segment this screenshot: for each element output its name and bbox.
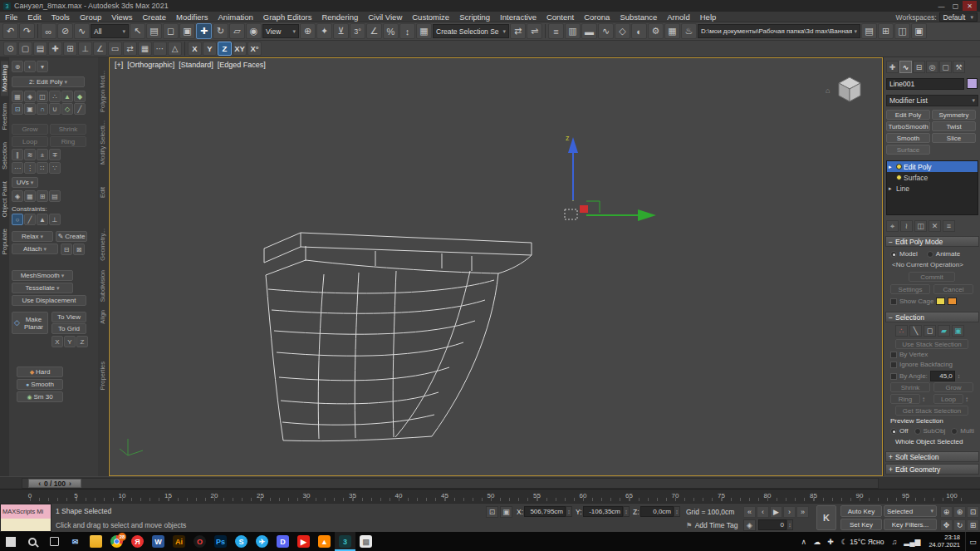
word-icon[interactable]: W	[148, 532, 169, 551]
angle-snap-toggle-icon[interactable]: ∠	[366, 23, 382, 39]
viewport-edged-faces-label[interactable]: [Edged Faces]	[218, 61, 266, 69]
select-by-name-icon[interactable]: ▤	[146, 23, 162, 39]
maximize-viewport-toggle-icon[interactable]: ⊞	[967, 519, 979, 531]
taskbar-clock[interactable]: 23:18 24.07.2021	[924, 534, 965, 549]
detach-icon[interactable]: ⊟	[61, 244, 72, 255]
axis-constraint-y[interactable]: Y	[203, 42, 217, 56]
visibility-bulb-icon[interactable]	[896, 175, 902, 180]
project-folder-icon[interactable]: ▤	[861, 23, 877, 39]
render-setup-icon[interactable]: ⚙	[648, 23, 664, 39]
telegram-icon[interactable]: ✈	[252, 532, 272, 551]
maxscript-mini-listener[interactable]: MAXScripts Mi	[0, 504, 51, 532]
mirror-icon[interactable]: ⇄	[510, 23, 526, 39]
by-angle-checkbox[interactable]	[890, 373, 897, 380]
play-button[interactable]: ▶	[770, 506, 782, 518]
cage-color-swatch[interactable]	[936, 298, 945, 305]
curve-editor-icon[interactable]: ∿	[598, 23, 614, 39]
remove-modifier-icon[interactable]: ✕	[929, 220, 941, 232]
loop-spinner-icon[interactable]: ↕	[965, 396, 968, 403]
display-tab-icon[interactable]: ▢	[939, 61, 952, 73]
grow-button[interactable]: Grow	[12, 124, 48, 135]
set-key-button[interactable]: Set Key	[840, 519, 882, 530]
toggle-ribbon-icon[interactable]: ▬	[581, 23, 597, 39]
axis-constraint-x[interactable]: X	[188, 42, 202, 56]
auto-key-button[interactable]: Auto Key	[840, 505, 882, 517]
ribbon-tab-modeling[interactable]: Modeling	[1, 61, 8, 96]
commit-button[interactable]: Commit	[909, 272, 955, 282]
to-grid-button[interactable]: To Grid	[51, 323, 86, 334]
model-radio[interactable]	[890, 251, 897, 258]
chamfer-icon[interactable]: ◇	[61, 103, 73, 115]
close-button[interactable]: ✕	[963, 1, 977, 11]
viewport-canvas[interactable]: z ⌂	[110, 58, 882, 475]
shrink-button[interactable]: Shrink	[50, 124, 86, 135]
render-production-icon[interactable]: ♨	[681, 23, 697, 39]
menu-item-help[interactable]: Help	[695, 12, 722, 22]
preview-subobj-radio[interactable]	[914, 428, 921, 435]
bind-to-space-warp-icon[interactable]: ∿	[74, 23, 90, 39]
modifier-button-slice[interactable]: Slice	[932, 133, 976, 143]
dot-loop-icon[interactable]: ⋯	[12, 162, 23, 174]
cage-selected-color-swatch[interactable]	[948, 298, 957, 305]
select-and-move-icon[interactable]: ✚	[196, 23, 212, 39]
shrink-selection-button[interactable]: Shrink	[890, 382, 930, 392]
x-spinner[interactable]: ↕	[566, 506, 572, 517]
named-selection-dropdown[interactable]: Create Selection Se ▾	[433, 24, 509, 38]
workspace-dropdown[interactable]: Default ▾	[939, 12, 978, 22]
z-spinner[interactable]: ↕	[674, 506, 680, 517]
menu-item-animation[interactable]: Animation	[213, 12, 258, 22]
previous-frame-button[interactable]: ‹	[757, 506, 769, 518]
attach-dropdown[interactable]: Attach ▾	[12, 244, 58, 254]
modifier-list-dropdown[interactable]: Modifier List ▾	[886, 95, 978, 106]
ring-grow-icon[interactable]: ∓	[49, 149, 61, 160]
make-planar-button[interactable]: ◇ Make Planar	[12, 312, 48, 334]
array-tool-icon[interactable]: ▦	[138, 42, 152, 56]
schematic-view-icon[interactable]: ◇	[615, 23, 630, 39]
network-icon[interactable]: ▂▄▆	[900, 538, 924, 546]
constrain-face-icon[interactable]: ▲	[37, 214, 48, 225]
ignore-backfacing-checkbox[interactable]	[890, 362, 897, 368]
asset-tracking-icon[interactable]: ⊞	[878, 23, 894, 39]
key-filters-button[interactable]: Key Filters...	[884, 519, 937, 530]
viewport-general-menu[interactable]: [+]	[115, 61, 123, 69]
element-subobject-icon[interactable]: ▣	[952, 325, 964, 337]
use-pivot-point-center-icon[interactable]: ⊕	[300, 23, 316, 39]
menu-item-rendering[interactable]: Rendering	[316, 12, 363, 22]
next-frame-button[interactable]: ›	[783, 506, 796, 518]
minimize-button[interactable]: —	[934, 1, 948, 11]
loop-mode-icon[interactable]: ∥	[12, 149, 23, 160]
ring-button[interactable]: Ring	[50, 136, 86, 147]
unlink-selection-icon[interactable]: ⊘	[57, 23, 73, 39]
modifier-stack-item-edit-poly[interactable]: ▸Edit Poly	[887, 161, 978, 172]
title-bar[interactable]: 3 Санузел_8max.max - Autodesk 3ds Max 20…	[0, 0, 980, 12]
gizmo-z-arrowhead[interactable]	[568, 137, 578, 153]
by-angle-value[interactable]: 45,0	[930, 371, 955, 381]
youtube-icon[interactable]: ▶	[293, 532, 314, 551]
rollout-soft-selection[interactable]: + Soft Selection	[885, 451, 979, 462]
rollout-edit-poly-mode[interactable]: − Edit Poly Mode	[885, 236, 979, 247]
rectangular-selection-region-icon[interactable]: ◻	[163, 23, 179, 39]
menu-item-customize[interactable]: Customize	[407, 12, 454, 22]
hierarchy-tab-icon[interactable]: ⊟	[913, 61, 925, 73]
chrome-icon[interactable]: 28	[106, 532, 127, 551]
cancel-button[interactable]: Cancel	[933, 284, 973, 294]
ring-mode-icon[interactable]: ≋	[24, 149, 36, 160]
orthographic-viewport[interactable]: [+][Orthographic][Standard][Edged Faces]	[109, 57, 883, 476]
preview-toggle-icon[interactable]: ◐	[24, 61, 36, 72]
planar-axis-x[interactable]: X	[51, 336, 63, 347]
orbit-icon[interactable]: ↻	[953, 519, 966, 531]
smooth-edges-button[interactable]: ● Smooth	[17, 379, 63, 390]
add-time-tag-button[interactable]: Add Time Tag	[695, 521, 738, 529]
viewport-shading-menu[interactable]: [Standard]	[179, 61, 213, 69]
toggle-scene-explorer-icon[interactable]: ≡	[548, 23, 564, 39]
go-to-start-button[interactable]: «	[743, 506, 756, 518]
window-crossing-toggle-icon[interactable]: ▣	[179, 23, 195, 39]
axis-constraint-xy[interactable]: XY	[233, 42, 247, 56]
tweak-uv-icon[interactable]: ◈	[12, 190, 23, 202]
viewcube[interactable]	[839, 77, 860, 101]
spacing-tool-icon[interactable]: ⋯	[153, 42, 167, 56]
rollout-edit-geometry[interactable]: + Edit Geometry	[885, 464, 979, 475]
modifier-stack-item-surface[interactable]: Surface	[887, 172, 978, 183]
modifier-button-turbosmooth[interactable]: TurboSmooth	[886, 121, 930, 131]
loop-button[interactable]: Loop	[12, 136, 48, 147]
